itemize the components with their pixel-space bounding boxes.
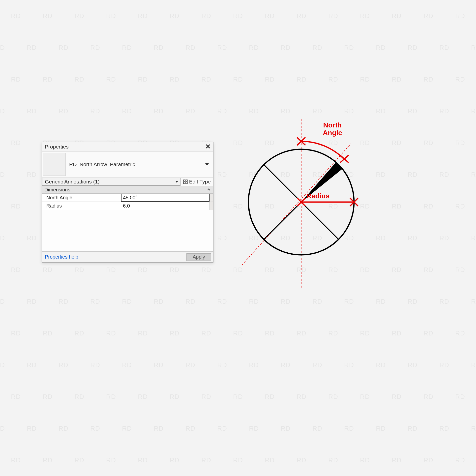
properties-help-link[interactable]: Properties help: [45, 254, 78, 260]
svg-marker-11: [301, 164, 341, 202]
svg-line-14: [297, 137, 305, 145]
apply-button[interactable]: Apply: [186, 253, 211, 261]
svg-line-18: [297, 198, 305, 206]
svg-rect-2: [183, 182, 185, 184]
north-angle-annotation: NorthAngle: [316, 121, 349, 137]
section-dimensions[interactable]: Dimensions: [42, 186, 213, 194]
param-row-radius: Radius: [42, 202, 213, 210]
svg-line-6: [242, 144, 351, 265]
param-label: North Angle: [42, 194, 121, 202]
chevron-down-icon: [175, 181, 178, 183]
edit-type-icon: [183, 179, 188, 184]
type-selector[interactable]: RD_North Arrow_Parametric: [42, 151, 213, 177]
svg-rect-0: [183, 180, 185, 181]
svg-rect-3: [186, 182, 187, 184]
north-arrow-diagram: NorthAngle Radius: [233, 114, 372, 293]
edit-type-button[interactable]: Edit Type: [181, 178, 213, 186]
chevron-down-icon: [205, 163, 209, 166]
section-label: Dimensions: [44, 187, 70, 193]
svg-marker-12: [301, 163, 342, 202]
properties-titlebar: Properties ✕: [42, 142, 213, 151]
instance-filter-label: Generic Annotations (1): [45, 179, 100, 185]
param-row-north-angle: North Angle: [42, 194, 213, 202]
radius-field[interactable]: [123, 203, 208, 209]
svg-line-13: [297, 137, 305, 145]
type-name: RD_North Arrow_Parametric: [69, 161, 202, 167]
svg-line-21: [350, 198, 358, 206]
instance-filter-dropdown[interactable]: Generic Annotations (1): [42, 178, 180, 186]
properties-panel: Properties ✕ RD_North Arrow_Parametric G…: [42, 142, 213, 263]
param-extra: [209, 194, 213, 202]
svg-rect-1: [186, 180, 187, 181]
param-label: Radius: [42, 202, 121, 210]
svg-point-7: [248, 149, 354, 255]
svg-line-19: [297, 198, 305, 206]
svg-line-9: [264, 165, 338, 239]
edit-type-label: Edit Type: [189, 179, 211, 185]
param-extra: [209, 202, 213, 210]
panel-title: Properties: [45, 144, 69, 150]
svg-marker-10: [301, 164, 341, 202]
collapse-icon: [207, 188, 210, 191]
svg-line-20: [350, 198, 358, 206]
close-icon[interactable]: ✕: [205, 144, 211, 150]
svg-line-8: [264, 165, 338, 239]
type-thumbnail: [43, 153, 66, 176]
radius-annotation: Radius: [306, 192, 329, 200]
svg-line-15: [340, 155, 349, 163]
svg-line-16: [340, 155, 349, 163]
north-angle-field[interactable]: [123, 195, 208, 201]
